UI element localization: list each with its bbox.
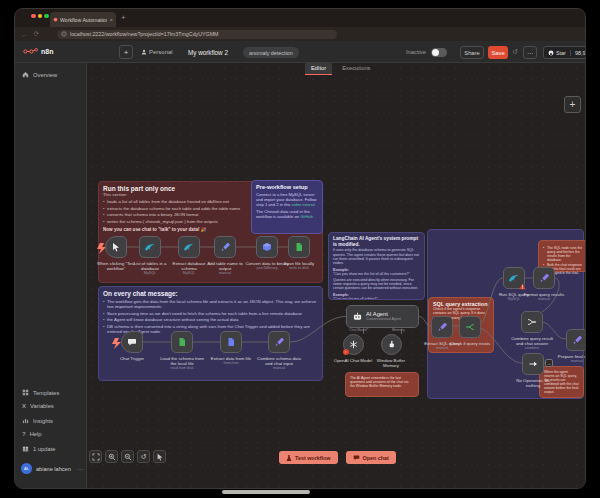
node-window-buffer-memory[interactable]	[381, 334, 402, 355]
node-save-file[interactable]	[288, 236, 310, 258]
node-check-query[interactable]	[459, 316, 481, 338]
node-load-schema[interactable]	[171, 331, 193, 353]
more-options-button[interactable]: ⋯	[523, 46, 537, 59]
node-sublabel: MySQL	[144, 271, 156, 276]
home-icon	[22, 71, 29, 78]
zoom-in-icon	[108, 453, 116, 461]
add-node-button[interactable]: +	[564, 96, 581, 113]
workflow-name[interactable]: My workflow 2	[188, 49, 228, 56]
sidebar-item-help[interactable]: ? Help	[22, 431, 42, 437]
memory-connector-label: Memory	[392, 328, 405, 332]
sticky-langchain[interactable]: LangChain AI Agent's system prompt is mo…	[328, 232, 425, 300]
sidebar-item-updates[interactable]: 1 update	[22, 445, 56, 452]
avatar: AL	[21, 463, 32, 474]
browser-tabstrip: Workflow Automation - n8n × +	[15, 9, 585, 27]
robot-icon	[352, 312, 363, 321]
node-sublabel: MySQL	[508, 297, 520, 302]
node-noop[interactable]	[522, 353, 544, 375]
example-text: "Can you list me all tables?"	[333, 297, 420, 300]
variables-icon: X	[22, 403, 26, 409]
url-text: localhost:2222/workflow/new?projectId=17…	[70, 31, 219, 37]
node-sublabel: jsonToBinary	[256, 266, 277, 271]
sidebar-item-templates[interactable]: Templates	[22, 389, 59, 396]
templates-icon	[22, 389, 29, 396]
node-prepare-output[interactable]	[566, 329, 586, 351]
history-icon[interactable]: ↺	[512, 48, 518, 56]
node-group: Combine schema data and chat input manua…	[257, 331, 301, 371]
github-link[interactable]: GitHub	[300, 214, 313, 219]
node-combine-input[interactable]	[268, 331, 290, 353]
share-button[interactable]: Share	[460, 46, 484, 59]
sticky-presetup[interactable]: Pre-workflow setup Connect to a free MyS…	[251, 180, 323, 234]
node-extract-schema[interactable]	[178, 236, 200, 258]
back-icon[interactable]: ←	[21, 31, 28, 38]
save-button[interactable]: Save	[488, 46, 508, 59]
github-star-widget[interactable]: Star 98,949	[543, 46, 586, 59]
node-group: Add table name to output manual	[203, 236, 247, 276]
breadcrumb-project[interactable]: Personal	[141, 49, 173, 55]
help-label: Help	[30, 431, 42, 437]
sticky-title: LangChain AI Agent's system prompt is mo…	[333, 236, 420, 247]
example-text: "Can you show me the list of all the cus…	[333, 272, 420, 276]
browser-tab[interactable]: Workflow Automation - n8n ×	[50, 12, 116, 27]
app-header: n8n + Personal My workflow 2 anomaly det…	[15, 41, 585, 63]
project-label: Personal	[149, 49, 173, 55]
sticky-text: It uses only the database schema to gene…	[333, 248, 420, 266]
node-list-tables[interactable]	[139, 236, 161, 258]
node-combine-result[interactable]	[521, 311, 543, 333]
tidy-up-button[interactable]	[153, 450, 166, 463]
new-tab-button[interactable]: +	[121, 14, 126, 22]
maximize-window-button[interactable]	[44, 14, 49, 19]
node-chat-trigger[interactable]	[121, 331, 143, 353]
test-workflow-label: Test workflow	[295, 455, 331, 461]
node-group: Load the schema from the local file read…	[160, 331, 204, 371]
node-sublabel: read from disk	[170, 366, 193, 371]
tab-close-icon[interactable]: ×	[109, 17, 113, 23]
workflow-tag[interactable]: anomaly detection	[243, 47, 299, 58]
node-extract-file[interactable]	[220, 331, 242, 353]
video-tutorial-link[interactable]: video tutorial	[292, 202, 315, 207]
zoom-out-button[interactable]	[121, 450, 134, 463]
node-label: OpenAI Chat Model	[334, 358, 373, 363]
updates-label: 1 update	[33, 446, 56, 452]
tab-editor[interactable]: Editor	[305, 62, 332, 75]
tab-executions[interactable]: Executions	[336, 62, 376, 75]
fit-view-button[interactable]	[89, 450, 102, 463]
pencil-icon	[274, 337, 284, 347]
refresh-icon[interactable]: ⟳	[34, 30, 39, 38]
active-toggle[interactable]	[431, 48, 447, 57]
reset-zoom-button[interactable]: ↺	[137, 450, 150, 463]
node-manual-trigger[interactable]	[105, 236, 127, 258]
close-window-button[interactable]	[31, 14, 36, 19]
sticky-agent-memory[interactable]: The AI Agent remembers the last question…	[345, 372, 419, 397]
error-badge: !	[343, 349, 349, 355]
sidebar-user-menu[interactable]: AL abiane lahcen ⋯	[21, 463, 83, 474]
node-add-table-name[interactable]	[214, 236, 236, 258]
node-sublabel: manual	[538, 297, 550, 302]
test-workflow-button[interactable]: Test workflow	[279, 451, 338, 464]
node-sublabel: Conversational Agent	[366, 317, 401, 321]
node-openai-chat-model[interactable]: !	[343, 334, 364, 355]
zoom-out-icon	[124, 453, 132, 461]
sidebar-item-overview[interactable]: Overview	[22, 71, 57, 78]
variables-label: Variables	[30, 403, 54, 409]
browser-toolbar: ← ⟳ localhost:2222/workflow/new?projectI…	[15, 27, 585, 41]
node-label: Add table name to output	[203, 261, 247, 272]
zoom-in-button[interactable]	[105, 450, 118, 463]
minimize-window-button[interactable]	[38, 14, 43, 19]
sidebar-item-variables[interactable]: X Variables	[22, 403, 54, 409]
open-chat-button[interactable]: Open chat	[346, 451, 396, 464]
sidebar-item-insights[interactable]: Insights	[22, 417, 53, 424]
user-menu-icon[interactable]: ⋯	[77, 465, 83, 472]
new-workflow-button[interactable]: +	[119, 45, 133, 59]
workflow-canvas[interactable]: + Run this part only once This section: …	[87, 63, 586, 489]
node-format-results[interactable]	[533, 267, 555, 289]
cursor-icon	[111, 242, 121, 252]
address-bar[interactable]: localhost:2222/workflow/new?projectId=17…	[57, 30, 337, 40]
node-sublabel: write to disk	[289, 266, 308, 271]
connection-endpoint[interactable]: →	[545, 359, 553, 367]
node-ai-agent[interactable]: AI Agent Conversational Agent	[346, 305, 419, 328]
node-convert-binary[interactable]	[256, 236, 278, 258]
help-icon: ?	[22, 431, 26, 437]
node-label: Combine schema data and chat input	[257, 356, 301, 367]
